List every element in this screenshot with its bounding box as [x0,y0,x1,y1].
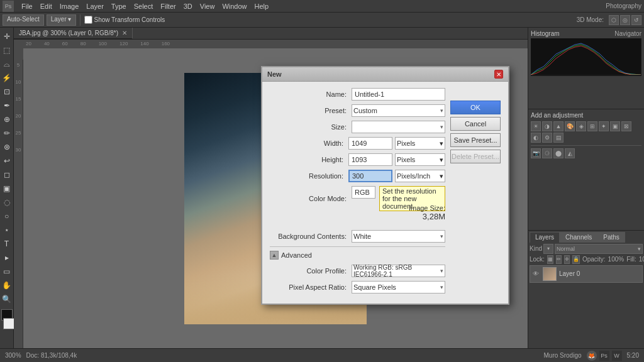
move-tool-options[interactable]: Auto-Select [3,14,44,26]
navigator-tab-label[interactable]: Navigator [614,30,641,37]
advanced-toggle[interactable]: ▲ Advanced [270,250,445,261]
menu-layer[interactable]: Layer [82,1,108,11]
menu-3d[interactable]: 3D [180,1,196,11]
layer-item-0[interactable]: 👁 Layer 0 [530,265,643,283]
pen-tool[interactable]: ⋆ [1,224,13,236]
layers-tab[interactable]: Layers [530,232,560,243]
size-select[interactable]: ▾ [352,121,445,133]
lock-image-btn[interactable]: ✏ [556,255,562,264]
advanced-divider [270,246,445,247]
save-preset-button[interactable]: Save Preset... [450,133,501,147]
menu-type[interactable]: Type [108,1,130,11]
taskbar-firefox-icon[interactable]: 🦊 [587,351,597,361]
width-input[interactable] [348,137,392,150]
brush-tool[interactable]: ✏ [1,127,13,140]
delete-preset-button[interactable]: Delete Preset... [450,150,501,163]
text-tool[interactable]: T [1,238,13,250]
color-mode-input[interactable] [352,186,375,199]
dodge-tool[interactable]: ○ [1,210,13,222]
height-input[interactable] [348,153,392,166]
spot-heal-tool[interactable]: ⊕ [1,113,13,126]
adj-icon-1[interactable]: ☀ [531,121,541,131]
pixel-aspect-arrow-icon: ▾ [440,284,443,290]
height-unit-select[interactable]: Pixels ▾ [395,153,445,166]
menu-select[interactable]: Select [130,1,157,11]
menu-view[interactable]: View [196,1,219,11]
adj-icon-12[interactable]: ▤ [553,133,564,143]
3d-btn-3[interactable]: ↺ [631,15,641,25]
adj-icon-14[interactable]: ⚆ [542,148,552,158]
crop-tool[interactable]: ⊡ [1,85,13,98]
magic-wand-tool[interactable]: ⚡ [1,72,13,84]
cancel-button[interactable]: Cancel [450,117,501,131]
adj-icon-15[interactable]: ⬤ [553,148,564,158]
document-tab[interactable]: JBA.jpg @ 300% (Layer 0, RGB/8*) ✕ [14,28,133,39]
taskbar-word-icon[interactable]: W [612,351,622,361]
clone-tool[interactable]: ⊛ [1,141,13,153]
menu-help[interactable]: Help [251,1,273,11]
adj-icon-8[interactable]: ▣ [610,121,620,131]
transform-controls-check[interactable]: Show Transform Controls [84,16,165,24]
adj-icon-4[interactable]: 🎨 [565,121,575,131]
filter-icon[interactable]: ▾ [543,244,553,254]
move-tool[interactable]: ✛ [1,30,13,43]
layers-tabs: Layers Channels Paths [530,232,643,243]
adj-icon-13[interactable]: 📷 [531,148,541,158]
channels-tab[interactable]: Channels [560,232,597,243]
adj-icon-11[interactable]: ⚙ [542,133,552,143]
menu-window[interactable]: Window [218,1,250,11]
lock-position-btn[interactable]: ✛ [564,255,570,264]
blend-mode-select[interactable]: Normal▾ [555,244,643,254]
ruler-vertical: 51015202530 [14,60,23,348]
bg-contents-select[interactable]: White ▾ [352,230,445,243]
height-unit-arrow-icon: ▾ [440,156,443,164]
layer-visibility-icon[interactable]: 👁 [531,270,540,277]
size-label: Size: [270,123,352,131]
history-brush-tool[interactable]: ↩ [1,155,13,167]
eraser-tool[interactable]: ◻ [1,168,13,181]
menu-edit[interactable]: Edit [36,1,56,11]
blur-tool[interactable]: ◌ [1,196,13,209]
menu-filter[interactable]: Filter [157,1,179,11]
preset-select[interactable]: Custom ▾ [352,104,445,117]
zoom-tool[interactable]: 🔍 [1,293,13,305]
paths-tab[interactable]: Paths [597,232,625,243]
hand-tool[interactable]: ✋ [1,279,13,292]
right-panel: Histogram Navigator Add an adjustment ☀ … [528,28,644,348]
ok-button[interactable]: OK [450,101,501,114]
lock-transparent-btn[interactable]: ▦ [547,255,553,264]
adj-icon-7[interactable]: ✦ [599,121,609,131]
preset-row: Preset: Custom ▾ [270,104,445,117]
menu-file[interactable]: File [18,1,36,11]
dialog-close-btn[interactable]: ✕ [494,70,503,79]
layer-dropdown[interactable]: Layer ▾ [47,14,76,26]
path-select-tool[interactable]: ▸ [1,251,13,264]
width-unit-select[interactable]: Pixels ▾ [395,137,445,150]
gradient-tool[interactable]: ▣ [1,182,13,195]
adj-icon-6[interactable]: ⊞ [587,121,597,131]
resolution-input[interactable] [348,170,392,182]
color-profile-select[interactable]: Working RGB: sRGB IEC61966-2.1 ▾ [352,265,445,277]
marquee-tool[interactable]: ⬚ [1,44,13,57]
taskbar-ps-icon[interactable]: Ps [599,351,609,361]
3d-btn-1[interactable]: ⬡ [609,15,619,25]
lasso-tool[interactable]: ⌓ [1,58,13,70]
adj-icon-9[interactable]: ⊠ [621,121,631,131]
lock-all-btn[interactable]: 🔒 [572,255,580,264]
pixel-aspect-select[interactable]: Square Pixels ▾ [352,281,445,293]
adj-icon-10[interactable]: ◐ [531,133,541,143]
resolution-label: Resolution: [270,172,348,180]
adj-icon-3[interactable]: ▲ [553,121,564,131]
resolution-unit-select[interactable]: Pixels/Inch ▾ [395,170,445,182]
histogram-tab-label[interactable]: Histogram [531,30,560,37]
3d-btn-2[interactable]: ◎ [620,15,630,25]
adj-icon-16[interactable]: ◭ [565,148,575,158]
eyedropper-tool[interactable]: ✒ [1,99,13,112]
background-color[interactable] [3,318,14,329]
close-tab-btn[interactable]: ✕ [122,30,127,36]
shape-tool[interactable]: ▭ [1,265,13,278]
menu-image[interactable]: Image [56,1,83,11]
name-input[interactable] [352,88,445,101]
adj-icon-2[interactable]: ◑ [542,121,552,131]
adj-icon-5[interactable]: ◈ [576,121,586,131]
